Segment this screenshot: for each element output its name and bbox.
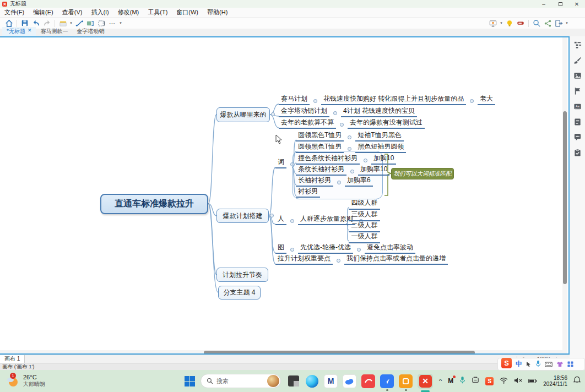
tray-mic-icon[interactable] — [459, 376, 465, 386]
tray-sogou-icon[interactable]: S — [485, 377, 494, 385]
collapse-button[interactable] — [290, 248, 294, 252]
topic-text[interactable]: 圆领黑色T恤男 — [296, 143, 344, 153]
topic-text[interactable]: 衬衫男 — [296, 187, 320, 198]
topic-level4-crowd[interactable]: 四级人群 — [349, 198, 380, 210]
menu-modify[interactable]: 修改(M) — [113, 7, 144, 18]
search-highlight-avatar[interactable] — [267, 375, 279, 387]
start-button[interactable] — [183, 374, 196, 388]
notes-icon[interactable] — [573, 118, 582, 126]
topic-row[interactable]: 圆领黑色T恤男 短袖T恤男黑色 — [296, 131, 404, 141]
topic-row[interactable]: 金字塔动销计划 4计划 花钱速度快的宝贝 — [279, 107, 417, 117]
topic-text[interactable]: 短袖T恤男黑色 — [355, 131, 403, 141]
collapse-button[interactable] — [364, 159, 367, 162]
sticker-label-icon[interactable]: Aa — [573, 102, 582, 111]
collapse-button[interactable] — [357, 248, 361, 252]
ime-cursor-icon[interactable] — [526, 360, 532, 369]
tray-volume-muted-icon[interactable] — [514, 376, 522, 386]
ime-sogou-logo[interactable]: S — [501, 358, 512, 368]
callout-topic[interactable]: 我们可以大词精准匹配 — [391, 168, 454, 179]
topic-text[interactable]: 避免点击率波动 — [365, 243, 415, 254]
topic-text[interactable]: 老大 — [478, 95, 495, 105]
format-brush-icon[interactable] — [573, 56, 582, 64]
ime-keyboard-icon[interactable] — [545, 360, 552, 369]
topic-text[interactable]: 先优选-轮播-优选 — [298, 243, 353, 254]
topic-row[interactable]: 赛马计划 花钱速度快加购好 转化跟得上并且初步放量的品 老大 — [279, 95, 495, 105]
collapse-button[interactable] — [348, 147, 351, 151]
topic-text[interactable]: 拉升计划权重要点 — [275, 254, 333, 265]
weather-widget[interactable]: 1 26°C 大部晴朗 — [6, 374, 45, 388]
menu-file[interactable]: 文件(F) — [0, 7, 29, 18]
menu-tools[interactable]: 工具(T) — [143, 7, 172, 18]
topic-row[interactable]: 去年的老款算不算 去年的爆款有没有测试过 — [279, 118, 425, 129]
topic-text[interactable]: 去年的老款算不算 — [279, 118, 336, 129]
image-icon[interactable] — [573, 72, 582, 80]
doc-tab-saima[interactable]: 赛马测款一 — [36, 27, 72, 36]
collapse-button[interactable] — [333, 111, 337, 115]
chevron-down-icon[interactable]: ▾ — [118, 21, 123, 25]
presentation-icon[interactable] — [488, 18, 499, 28]
menu-insert[interactable]: 插入(I) — [86, 7, 113, 18]
tray-notification-icon[interactable] — [573, 376, 581, 386]
tray-clock[interactable]: 18:56 2024/11/1 — [543, 375, 567, 387]
ime-toolbar[interactable]: S 中 — [497, 358, 585, 371]
topic-level3-crowd[interactable]: 三级人群 — [349, 210, 380, 221]
collapse-button[interactable] — [271, 112, 275, 116]
topic-text[interactable]: 我们保持点击率或者点击量的递增 — [344, 254, 448, 265]
topic-text[interactable]: 图 — [275, 243, 286, 254]
app-icon-edge[interactable] — [305, 374, 319, 388]
tab-close-icon[interactable]: ✕ — [28, 28, 32, 35]
topic-text[interactable]: 花钱速度快加购好 转化跟得上并且初步放量的品 — [321, 95, 466, 105]
topic-text[interactable]: 加购率10 — [358, 165, 389, 176]
doc-tab-jinzita[interactable]: 金字塔动销 — [72, 27, 109, 36]
restore-button[interactable] — [552, 0, 568, 8]
branch-topic-2[interactable]: 爆款计划搭建 — [216, 209, 269, 223]
topic-text[interactable]: 加购10 — [371, 154, 396, 165]
export-icon[interactable] — [553, 18, 564, 28]
collapse-button[interactable] — [348, 135, 351, 139]
app-icon-red[interactable] — [361, 374, 375, 388]
topic-level1-crowd[interactable]: 一级人群 — [349, 232, 380, 243]
collapse-button[interactable] — [290, 219, 294, 223]
topic-text[interactable]: 长袖衬衫男 — [296, 176, 333, 187]
doc-tab-untitled[interactable]: *无标题 ✕ — [2, 27, 36, 36]
topic-text[interactable]: 黑色短袖男圆领 — [355, 143, 406, 153]
collapse-button[interactable] — [337, 259, 340, 263]
menu-edit[interactable]: 编辑(E) — [29, 7, 58, 18]
topic-text[interactable]: 圆领黑色T恤男 — [296, 131, 344, 141]
minimize-button[interactable]: – — [535, 0, 552, 8]
search-icon[interactable] — [531, 18, 542, 28]
marker-flag-icon[interactable] — [573, 87, 582, 95]
ime-chinese-mode[interactable]: 中 — [516, 360, 522, 369]
topic-row-picture[interactable]: 图 先优选-轮播-优选 避免点击率波动 — [275, 243, 415, 254]
topic-row[interactable]: 衬衫男 — [296, 187, 320, 198]
topic-text[interactable]: 去年的爆款有没有测试过 — [348, 118, 425, 129]
topic-text[interactable]: 撞色条纹长袖衬衫男 — [296, 154, 360, 165]
collapse-button[interactable] — [270, 214, 274, 217]
topic-row[interactable]: 长袖衬衫男 加购率6 — [296, 176, 373, 187]
canvas-tab-1[interactable]: 画布 1 — [0, 355, 25, 363]
topic-row[interactable]: 撞色条纹长袖衬衫男 加购10 — [296, 154, 396, 165]
ime-skin-icon[interactable] — [556, 360, 564, 369]
collapse-button[interactable] — [337, 181, 341, 184]
app-icon-blue-arrow[interactable] — [380, 374, 394, 388]
tray-m-icon[interactable]: M — [448, 377, 453, 385]
app-icon-folder-dark[interactable] — [286, 374, 300, 388]
topic-text[interactable]: 人 — [275, 215, 286, 225]
topic-text[interactable]: 金字塔动销计划 — [279, 107, 329, 117]
central-topic[interactable]: 直通车标准爆款拉升 — [100, 194, 208, 214]
app-icon-orange[interactable] — [399, 374, 413, 388]
outline-icon[interactable] — [573, 41, 582, 49]
close-button[interactable]: ✕ — [568, 0, 585, 8]
menu-window[interactable]: 窗口(W) — [172, 7, 203, 18]
task-clipboard-icon[interactable] — [573, 149, 582, 157]
ime-mic-icon[interactable] — [535, 360, 541, 369]
taskbar-search-input[interactable]: 搜索 — [201, 374, 281, 388]
topic-row-weight[interactable]: 拉升计划权重要点 我们保持点击率或者点击量的递增 — [275, 254, 448, 265]
tray-chevron-up-icon[interactable]: ^ — [439, 378, 442, 384]
app-icon-cloud-disk[interactable] — [343, 374, 356, 388]
branch-topic-3[interactable]: 计划拉升节奏 — [216, 268, 268, 282]
topic-text[interactable]: 人群逐步放量原则 — [298, 215, 355, 225]
app-icon-mindmap-active[interactable]: ✕ — [418, 374, 433, 389]
tray-box-icon[interactable] — [472, 376, 479, 386]
share-icon[interactable] — [542, 18, 553, 28]
